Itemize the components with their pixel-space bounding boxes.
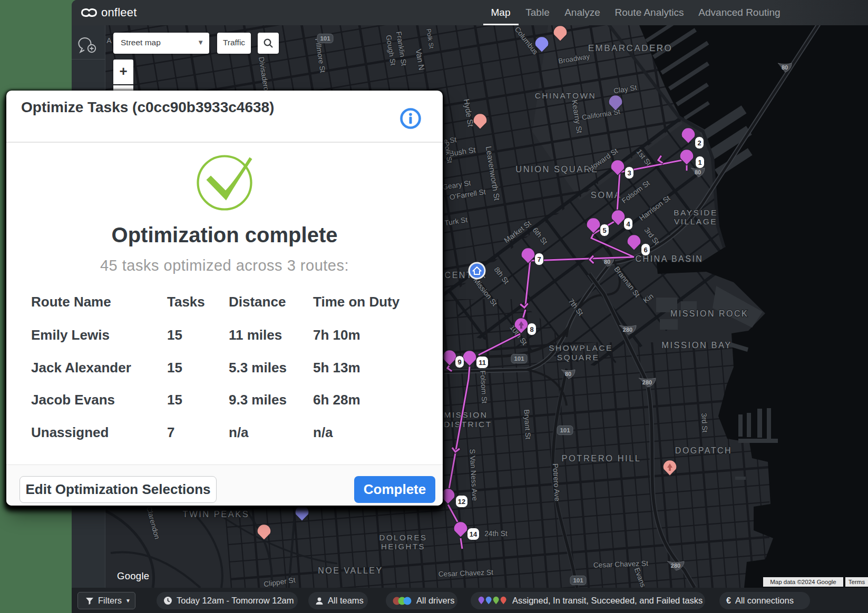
svg-text:4: 4 [626,220,630,228]
svg-text:VILLAGE: VILLAGE [674,217,717,226]
svg-text:MISSION BAY: MISSION BAY [661,340,732,350]
svg-text:101: 101 [560,427,570,433]
svg-text:SQUARE: SQUARE [557,353,599,362]
svg-text:280: 280 [671,562,680,569]
svg-text:280: 280 [623,327,632,333]
svg-text:101: 101 [514,355,524,362]
svg-text:9: 9 [457,358,461,366]
svg-text:80: 80 [565,371,571,377]
svg-text:6: 6 [643,246,647,254]
svg-text:80: 80 [604,259,610,265]
svg-text:80: 80 [782,64,788,71]
svg-text:12: 12 [458,498,465,506]
svg-text:SHOWPLACE: SHOWPLACE [549,343,613,352]
svg-text:HEIGHTS: HEIGHTS [381,542,425,551]
svg-text:DOLORES: DOLORES [379,533,427,542]
svg-text:TWIN PEAKS: TWIN PEAKS [183,509,250,519]
svg-text:3: 3 [627,169,631,177]
svg-text:POTRERO HILL: POTRERO HILL [561,453,641,463]
svg-text:8: 8 [530,325,533,333]
svg-text:2: 2 [697,139,701,147]
svg-text:DOGPATCH: DOGPATCH [675,446,732,455]
svg-text:EMBARCADERO: EMBARCADERO [588,43,673,53]
svg-text:11: 11 [479,359,486,367]
svg-text:DISTRICT: DISTRICT [444,420,492,429]
svg-text:CHINATOWN: CHINATOWN [535,91,597,100]
svg-text:MISSION: MISSION [444,410,488,419]
svg-text:A: A [106,36,112,45]
svg-text:UNION SQUARE: UNION SQUARE [515,164,598,174]
svg-text:Bryant St: Bryant St [523,409,532,440]
svg-text:101: 101 [573,577,583,584]
svg-text:24th St: 24th St [484,530,508,538]
svg-text:NOE VALLEY: NOE VALLEY [318,566,383,575]
svg-text:3rd St: 3rd St [700,413,709,433]
svg-text:BAYSIDE: BAYSIDE [674,208,718,217]
svg-text:Google: Google [117,570,149,581]
svg-text:14: 14 [470,530,477,538]
svg-text:MISSION ROCK: MISSION ROCK [670,309,748,318]
svg-text:280: 280 [642,379,652,385]
svg-text:1: 1 [698,159,701,166]
svg-text:101: 101 [320,35,330,42]
svg-text:5: 5 [602,226,606,234]
svg-text:80: 80 [695,169,701,175]
svg-text:7: 7 [537,255,541,263]
